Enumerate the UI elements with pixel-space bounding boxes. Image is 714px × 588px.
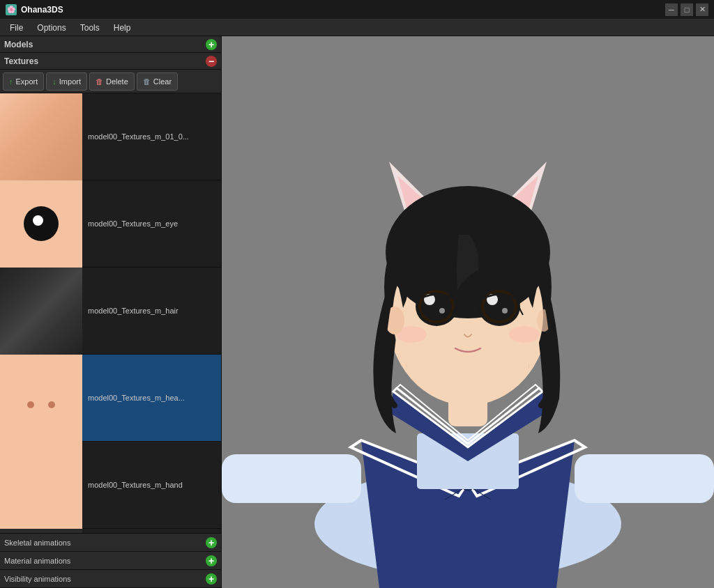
material-add-icon[interactable]: +: [206, 555, 217, 566]
texture-item-3[interactable]: model00_Textures_m_hea...: [0, 355, 221, 442]
menu-bar: File Options Tools Help: [0, 20, 714, 36]
skeletal-add-icon[interactable]: +: [206, 537, 217, 548]
svg-point-27: [439, 308, 445, 314]
menu-file[interactable]: File: [3, 22, 30, 34]
texture-name-2: model00_Textures_m_hair: [82, 307, 184, 315]
thumb-hand-visual: [0, 442, 82, 529]
texture-list[interactable]: model00_Textures_m_01_0... model00_Textu…: [0, 93, 221, 533]
clear-button[interactable]: 🗑 Clear: [137, 72, 178, 91]
visibility-add-icon[interactable]: +: [206, 573, 217, 585]
textures-remove-icon[interactable]: −: [206, 56, 217, 67]
clear-icon: 🗑: [143, 77, 151, 86]
texture-item-1[interactable]: model00_Textures_m_eye: [0, 180, 221, 268]
main-layout: Models + Textures − ↑ Export ↓ Import 🗑 …: [0, 36, 714, 588]
skeletal-label: Skeletal animations: [4, 539, 70, 547]
title-bar: 🌸 Ohana3DS ─ □ ✕: [0, 0, 714, 20]
thumb-eye-visual: [0, 180, 82, 268]
menu-tools[interactable]: Tools: [73, 22, 107, 34]
3d-viewport[interactable]: [222, 36, 714, 588]
texture-thumb-4: [0, 442, 82, 529]
export-button[interactable]: ↑ Export: [3, 72, 44, 91]
title-left: 🌸 Ohana3DS: [6, 4, 63, 15]
texture-thumb-3: [0, 355, 82, 442]
delete-icon: 🗑: [96, 77, 103, 86]
texture-thumb-1: [0, 180, 82, 268]
texture-item-2[interactable]: model00_Textures_m_hair: [0, 268, 221, 355]
animations-panel: Skeletal animations + Material animation…: [0, 533, 221, 588]
models-label: Models: [4, 40, 33, 49]
texture-name-0: model00_Textures_m_01_0...: [82, 132, 195, 141]
texture-thumb-2: [0, 268, 82, 355]
visibility-label: Visibility animations: [4, 575, 71, 583]
svg-rect-3: [575, 454, 714, 503]
thumb-skin-visual: [0, 93, 82, 180]
export-icon: ↑: [9, 77, 13, 86]
svg-rect-2: [222, 454, 361, 503]
texture-name-1: model00_Textures_m_eye: [82, 219, 183, 228]
minimize-button[interactable]: ─: [665, 3, 678, 16]
import-button[interactable]: ↓ Import: [46, 72, 87, 91]
import-icon: ↓: [52, 77, 56, 86]
textures-toolbar: ↑ Export ↓ Import 🗑 Delete 🗑 Clear: [0, 70, 221, 93]
texture-item-5[interactable]: model00_Textures_m_01_0...: [0, 529, 221, 533]
texture-thumb-0: [0, 93, 82, 180]
textures-section-header[interactable]: Textures −: [0, 53, 221, 70]
svg-point-32: [502, 308, 508, 314]
texture-item-0[interactable]: model00_Textures_m_01_0...: [0, 93, 221, 180]
thumb-generic-visual: [0, 529, 82, 534]
models-section-header[interactable]: Models +: [0, 36, 221, 53]
texture-name-3: model00_Textures_m_hea...: [82, 394, 190, 402]
skeletal-animations-section[interactable]: Skeletal animations +: [0, 534, 221, 552]
title-controls: ─ □ ✕: [665, 3, 708, 16]
svg-point-34: [509, 326, 540, 343]
menu-options[interactable]: Options: [30, 22, 73, 34]
material-animations-section[interactable]: Material animations +: [0, 552, 221, 570]
thumb-head-visual: [0, 355, 82, 442]
texture-thumb-5: [0, 529, 82, 534]
models-add-icon[interactable]: +: [206, 39, 217, 50]
visibility-animations-section[interactable]: Visibility animations +: [0, 570, 221, 588]
app-title: Ohana3DS: [21, 5, 63, 15]
menu-help[interactable]: Help: [107, 22, 138, 34]
character-render: [222, 36, 714, 588]
app-icon: 🌸: [6, 4, 17, 15]
thumb-hair-visual: [0, 268, 82, 355]
left-panel: Models + Textures − ↑ Export ↓ Import 🗑 …: [0, 36, 222, 588]
material-label: Material animations: [4, 557, 70, 565]
texture-name-4: model00_Textures_m_hand: [82, 481, 188, 489]
delete-button[interactable]: 🗑 Delete: [89, 72, 135, 91]
textures-label: Textures: [4, 56, 38, 66]
texture-item-4[interactable]: model00_Textures_m_hand: [0, 442, 221, 529]
close-button[interactable]: ✕: [696, 3, 708, 16]
maximize-button[interactable]: □: [681, 3, 693, 16]
